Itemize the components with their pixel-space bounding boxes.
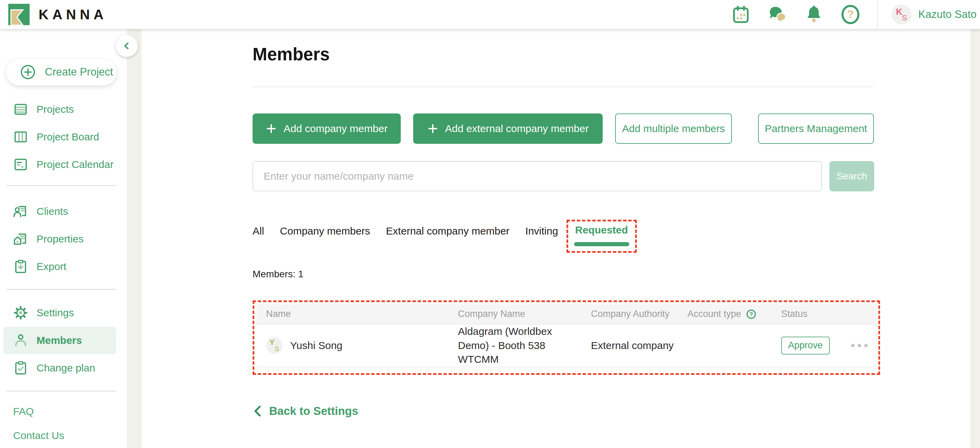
notifications-icon[interactable] [804, 5, 824, 24]
button-label: Add external company member [445, 123, 589, 134]
sidebar-item-label: Members [37, 335, 82, 346]
plus-icon [427, 123, 438, 134]
tab-requested[interactable]: Requested [574, 224, 629, 236]
plus-circle-icon [20, 64, 36, 80]
sidebar-item-members[interactable]: Members [3, 327, 116, 354]
search-row: Search [253, 161, 880, 191]
button-label: Add company member [283, 123, 388, 134]
members-table: Name Company Name Company Authority Acco… [256, 304, 876, 367]
sidebar-item-projects[interactable]: Projects [0, 96, 127, 123]
sidebar-item-label: Change plan [37, 362, 95, 374]
table-header-row: Name Company Name Company Authority Acco… [256, 304, 876, 324]
button-label: Add multiple members [622, 123, 725, 134]
cell-status: Approve [772, 324, 876, 367]
user-avatar[interactable]: K S [891, 5, 912, 24]
partners-management-button[interactable]: Partners Management [758, 113, 874, 144]
sidebar-item-change-plan[interactable]: Change plan [0, 354, 127, 382]
properties-icon [13, 231, 28, 247]
column-header-status: Status [772, 304, 876, 324]
plus-icon [266, 123, 277, 134]
cell-name: Y S Yushi Song [256, 324, 448, 367]
sidebar-item-label: Settings [37, 307, 74, 319]
sidebar-item-label: Properties [37, 233, 84, 245]
tab-inviting[interactable]: Inviting [525, 225, 558, 237]
column-header-name: Name [256, 304, 448, 324]
sidebar-item-project-board[interactable]: Project Board [0, 123, 127, 151]
sidebar-item-label: Project Calendar [37, 159, 113, 171]
search-button[interactable]: Search [829, 161, 874, 191]
sidebar-item-properties[interactable]: Properties [0, 225, 127, 253]
help-icon[interactable]: ? [840, 5, 861, 24]
app-header: KANNA [0, 0, 980, 29]
sidebar-divider [6, 391, 116, 391]
active-tab-underline [574, 242, 629, 246]
tab-all[interactable]: All [253, 225, 264, 237]
page-gutter-right [970, 29, 980, 448]
sidebar-item-clients[interactable]: Clients [0, 198, 127, 225]
member-actions-row: Add company member Add external company … [253, 113, 880, 144]
back-to-settings-link[interactable]: Back to Settings [253, 405, 358, 418]
add-company-member-button[interactable]: Add company member [253, 113, 401, 144]
avatar-initial-bottom: S [275, 345, 279, 353]
sidebar-item-label: Projects [37, 104, 74, 115]
create-project-button[interactable]: Create Project [6, 59, 116, 86]
sidebar-link-contact-us[interactable]: Contact Us [0, 424, 127, 448]
projects-icon [13, 102, 28, 117]
svg-text:?: ? [749, 311, 753, 318]
project-board-icon [13, 129, 28, 145]
sidebar-item-label: Project Board [37, 131, 99, 143]
page-title: Members [253, 44, 880, 64]
sidebar-link-label: FAQ [13, 406, 34, 417]
search-input[interactable] [253, 161, 822, 191]
column-header-account-type: Account type ? [678, 304, 772, 324]
add-multiple-members-button[interactable]: Add multiple members [615, 113, 732, 144]
sidebar-item-project-calendar[interactable]: Project Calendar [0, 151, 127, 178]
column-header-company-authority: Company Authority [581, 304, 678, 324]
member-avatar: Y S [266, 337, 283, 354]
project-calendar-icon [13, 157, 28, 172]
kanna-logo[interactable]: KANNA [8, 4, 107, 25]
export-icon [13, 259, 28, 274]
approve-button[interactable]: Approve [781, 336, 830, 354]
settings-icon [13, 305, 28, 320]
tab-company-members[interactable]: Company members [280, 225, 370, 237]
members-icon [13, 333, 28, 348]
sidebar-item-settings[interactable]: Settings [0, 299, 127, 327]
tab-external-company-member[interactable]: External company member [386, 225, 509, 237]
change-plan-icon [13, 360, 28, 376]
create-project-label: Create Project [45, 66, 113, 78]
back-link-label: Back to Settings [269, 405, 358, 418]
member-filter-tabs: All Company members External company mem… [253, 220, 880, 253]
avatar-initial-bottom: S [902, 13, 907, 22]
account-type-help-icon[interactable]: ? [746, 309, 756, 319]
sidebar-divider [6, 289, 116, 290]
title-divider [253, 86, 873, 87]
sidebar-collapse-button[interactable] [116, 35, 138, 57]
tab-requested-annotation[interactable]: Requested [566, 220, 637, 253]
sidebar: Create Project Projects Project Board [0, 29, 127, 448]
messages-icon[interactable] [767, 5, 788, 24]
logo-text: KANNA [38, 7, 107, 22]
avatar-initial-top: Y [269, 338, 275, 347]
header-divider [877, 0, 878, 29]
sidebar-item-label: Export [37, 261, 67, 273]
members-table-annotation: Name Company Name Company Authority Acco… [253, 300, 880, 375]
sidebar-item-label: Clients [37, 206, 68, 217]
more-menu-icon[interactable] [851, 344, 868, 347]
company-name: Aldagram (Worldbex Demo) - Booth 538 WTC… [458, 325, 581, 367]
sidebar-link-faq[interactable]: FAQ [0, 399, 127, 424]
sidebar-item-export[interactable]: Export [0, 253, 127, 281]
cell-account-type [678, 324, 772, 367]
avatar-initial-top: K [896, 6, 902, 17]
sidebar-nav: Projects Project Board Project Calendar [0, 96, 127, 448]
cell-company-authority: External company [581, 324, 678, 367]
button-label: Partners Management [765, 123, 867, 134]
members-count: Members: 1 [253, 269, 880, 280]
clients-icon [13, 204, 28, 219]
member-name: Yushi Song [290, 340, 342, 351]
user-name[interactable]: Kazuto Sato [918, 8, 977, 21]
calendar-icon[interactable] [731, 5, 751, 24]
sidebar-link-label: Contact Us [13, 430, 64, 442]
table-row: Y S Yushi Song Aldagram (Worldbex Demo) … [256, 324, 876, 367]
add-external-company-member-button[interactable]: Add external company member [413, 113, 603, 144]
